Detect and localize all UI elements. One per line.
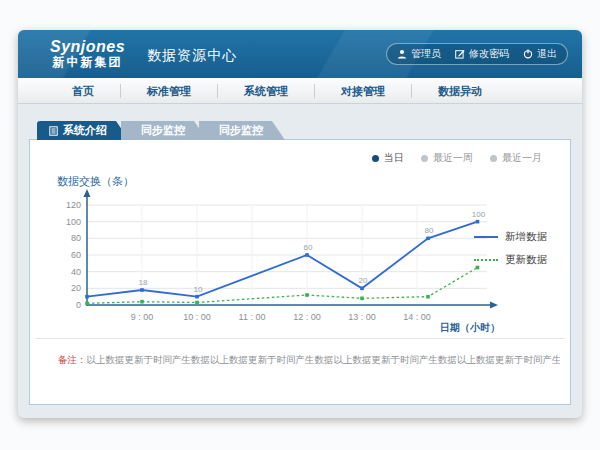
- tab-1[interactable]: 同步监控: [121, 121, 207, 140]
- svg-text:10: 10: [194, 285, 203, 294]
- svg-text:40: 40: [71, 267, 81, 277]
- period-option-label: 最近一周: [433, 151, 473, 165]
- radio-icon: [490, 155, 497, 162]
- user-icon: [397, 49, 407, 59]
- legend-label: 新增数据: [505, 230, 547, 244]
- user-button[interactable]: 管理员: [397, 47, 441, 61]
- chart-panel: 当日最近一周最近一月 数据交换（条） 0204060801001209 : 00…: [29, 139, 571, 405]
- svg-text:80: 80: [71, 233, 81, 243]
- header-actions: 管理员 修改密码 退出: [386, 43, 568, 65]
- svg-text:18: 18: [139, 278, 148, 287]
- svg-text:20: 20: [359, 276, 368, 285]
- tab-label: 同步监控: [219, 123, 263, 138]
- logo-brand-text: Synjones: [50, 39, 125, 56]
- solid-line-icon: [474, 236, 498, 238]
- change-password-label: 修改密码: [469, 47, 509, 61]
- svg-text:100: 100: [66, 217, 81, 227]
- svg-text:12 : 00: 12 : 00: [293, 312, 321, 322]
- svg-text:80: 80: [425, 226, 434, 235]
- dotted-line-icon: [474, 259, 498, 261]
- logout-button[interactable]: 退出: [523, 47, 557, 61]
- svg-text:11 : 00: 11 : 00: [239, 312, 266, 322]
- user-button-label: 管理员: [411, 47, 441, 61]
- svg-text:0: 0: [76, 300, 81, 310]
- logo: Synjones 新中新集团: [50, 39, 125, 68]
- nav-item-2[interactable]: 系统管理: [218, 84, 315, 98]
- tab-label: 同步监控: [141, 123, 185, 138]
- page-card: Synjones 新中新集团 数据资源中心 管理员 修改密码 退出: [18, 30, 582, 418]
- svg-text:60: 60: [304, 243, 313, 252]
- period-filter: 当日最近一周最近一月: [372, 151, 542, 165]
- svg-text:100: 100: [472, 210, 486, 219]
- note-divider: [36, 338, 564, 339]
- period-option-1[interactable]: 最近一周: [421, 151, 473, 165]
- svg-text:13 : 00: 13 : 00: [348, 312, 376, 322]
- logo-company-text: 新中新集团: [53, 56, 123, 69]
- line-chart: 0204060801001209 : 0010 : 0011 : 0012 : …: [42, 187, 508, 337]
- edit-icon: [455, 49, 465, 59]
- note-prefix: 备注：: [58, 354, 87, 365]
- document-icon: [49, 126, 58, 136]
- svg-text:9 : 00: 9 : 00: [131, 312, 154, 322]
- chart-legend: 新增数据更新数据: [474, 230, 562, 267]
- tab-0[interactable]: 系统介绍: [37, 121, 129, 140]
- period-option-2[interactable]: 最近一月: [490, 151, 542, 165]
- tab-label: 系统介绍: [63, 123, 107, 138]
- power-icon: [523, 49, 533, 59]
- radio-icon: [421, 155, 428, 162]
- change-password-button[interactable]: 修改密码: [455, 47, 509, 61]
- nav-item-1[interactable]: 标准管理: [121, 84, 218, 98]
- app-title: 数据资源中心: [147, 47, 237, 65]
- app-header: Synjones 新中新集团 数据资源中心 管理员 修改密码 退出: [18, 30, 582, 78]
- period-option-0[interactable]: 当日: [372, 151, 404, 165]
- svg-text:120: 120: [66, 200, 81, 210]
- svg-text:日期（小时）: 日期（小时）: [440, 322, 500, 333]
- radio-selected-icon: [372, 155, 379, 162]
- legend-item-1: 更新数据: [474, 253, 562, 267]
- period-option-label: 最近一月: [502, 151, 542, 165]
- note-text: 以上数据更新于时间产生数据以上数据更新于时间产生数据以上数据更新于时间产生数据以…: [87, 354, 561, 365]
- nav-item-4[interactable]: 数据异动: [412, 84, 508, 98]
- note-row: 备注：以上数据更新于时间产生数据以上数据更新于时间产生数据以上数据更新于时间产生…: [58, 354, 560, 367]
- nav-item-0[interactable]: 首页: [46, 84, 121, 98]
- period-option-label: 当日: [384, 151, 404, 165]
- legend-item-0: 新增数据: [474, 230, 562, 244]
- content-area: 系统介绍同步监控同步监控 当日最近一周最近一月 数据交换（条） 02040608…: [18, 104, 582, 405]
- svg-text:14 : 00: 14 : 00: [403, 312, 431, 322]
- nav-item-3[interactable]: 对接管理: [315, 84, 412, 98]
- logout-label: 退出: [537, 47, 557, 61]
- nav-bar: 首页标准管理系统管理对接管理数据异动: [18, 78, 582, 104]
- tab-2[interactable]: 同步监控: [199, 121, 285, 140]
- tab-row: 系统介绍同步监控同步监控: [37, 121, 571, 140]
- svg-text:60: 60: [71, 250, 81, 260]
- svg-text:20: 20: [71, 283, 81, 293]
- legend-label: 更新数据: [505, 253, 547, 267]
- svg-text:10 : 00: 10 : 00: [183, 312, 211, 322]
